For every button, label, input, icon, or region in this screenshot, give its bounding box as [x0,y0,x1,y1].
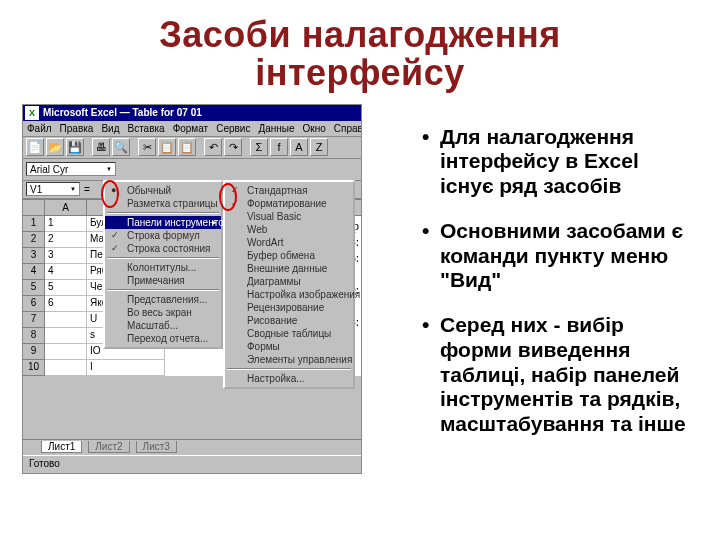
mi-report-nav[interactable]: Переход отчета... [105,332,221,345]
tb-charts[interactable]: Диаграммы [225,275,353,288]
mi-toolbars[interactable]: Панели инструментов▸ [105,216,221,229]
toolbars-submenu[interactable]: ✓Стандартная ✓Форматирование Visual Basi… [223,180,355,389]
cut-icon[interactable]: ✂ [138,138,156,156]
preview-icon[interactable]: 🔍 [112,138,130,156]
tb-picture[interactable]: Настройка изображения [225,288,353,301]
menubar[interactable]: Файл Правка Вид Вставка Формат Сервис Да… [23,121,361,137]
name-box[interactable]: V1▼ [26,182,80,196]
undo-icon[interactable]: ↶ [204,138,222,156]
menu-view[interactable]: Вид [101,123,119,134]
sheet-tabs[interactable]: Лист1 Лист2 Лист3 [23,439,361,455]
sort-asc-icon[interactable]: A [290,138,308,156]
col-header-a[interactable]: A [45,200,87,217]
sheet-tab-1[interactable]: Лист1 [41,441,82,453]
sort-desc-icon[interactable]: Z [310,138,328,156]
menu-edit[interactable]: Правка [60,123,94,134]
new-icon[interactable]: 📄 [26,138,44,156]
menu-help[interactable]: Справка [334,123,362,134]
font-combo[interactable]: Arial Cyr▼ [26,162,116,176]
tb-customize[interactable]: Настройка... [225,372,353,385]
window-titlebar: X Microsoft Excel — Table for 07 01 [23,105,361,121]
tb-pivottables[interactable]: Сводные таблицы [225,327,353,340]
mi-formula-bar[interactable]: ✓Строка формул [105,229,221,242]
tb-reviewing[interactable]: Рецензирование [225,301,353,314]
menu-file[interactable]: Файл [27,123,52,134]
print-icon[interactable]: 🖶 [92,138,110,156]
toolbar-standard[interactable]: 📄 📂 💾 🖶 🔍 ✂ 📋 📋 ↶ ↷ Σ f A Z [23,137,361,159]
bullet-1: Для налагодження інтерфейсу в Excel існу… [422,125,698,199]
excel-icon: X [25,106,39,120]
status-bar: Готово [23,455,361,473]
mi-comments[interactable]: Примечания [105,274,221,287]
function-icon[interactable]: f [270,138,288,156]
mi-pagelayout[interactable]: Разметка страницы [105,197,221,210]
slide-title: Засоби налагодження інтерфейсу [0,16,720,92]
mi-status-bar[interactable]: ✓Строка состояния [105,242,221,255]
tb-extdata[interactable]: Внешние данные [225,262,353,275]
excel-screenshot: X Microsoft Excel — Table for 07 01 Файл… [22,104,362,474]
mi-views[interactable]: Представления... [105,293,221,306]
autosum-icon[interactable]: Σ [250,138,268,156]
menu-window[interactable]: Окно [303,123,326,134]
bullet-3: Серед них - вибір форми виведення таблиц… [422,313,698,437]
tb-clipboard[interactable]: Буфер обмена [225,249,353,262]
view-menu[interactable]: ●Обычный Разметка страницы Панели инстру… [103,180,223,349]
mi-fullscreen[interactable]: Во весь экран [105,306,221,319]
mi-zoom[interactable]: Масштаб... [105,319,221,332]
menu-data[interactable]: Данные [258,123,294,134]
tb-standard[interactable]: ✓Стандартная [225,184,353,197]
equals-icon: = [84,184,90,195]
toolbar-formatting[interactable]: Arial Cyr▼ [23,159,361,181]
bullet-2: Основними засобами є команди пункту меню… [422,219,698,293]
open-icon[interactable]: 📂 [46,138,64,156]
tb-wordart[interactable]: WordArt [225,236,353,249]
menu-insert[interactable]: Вставка [127,123,164,134]
bullet-list: Для налагодження інтерфейсу в Excel існу… [382,125,698,457]
mi-headers[interactable]: Колонтитулы... [105,261,221,274]
tb-drawing[interactable]: Рисование [225,314,353,327]
tb-formatting[interactable]: ✓Форматирование [225,197,353,210]
copy-icon[interactable]: 📋 [158,138,176,156]
paste-icon[interactable]: 📋 [178,138,196,156]
sheet-tab-3[interactable]: Лист3 [136,441,177,453]
menu-tools[interactable]: Сервис [216,123,250,134]
tb-forms[interactable]: Формы [225,340,353,353]
sheet-tab-2[interactable]: Лист2 [88,441,129,453]
tb-web[interactable]: Web [225,223,353,236]
save-icon[interactable]: 💾 [66,138,84,156]
tb-controls[interactable]: Элементы управления [225,353,353,366]
select-all-corner[interactable] [23,200,45,217]
mi-normal[interactable]: ●Обычный [105,184,221,197]
redo-icon[interactable]: ↷ [224,138,242,156]
tb-vb[interactable]: Visual Basic [225,210,353,223]
menu-format[interactable]: Формат [173,123,209,134]
